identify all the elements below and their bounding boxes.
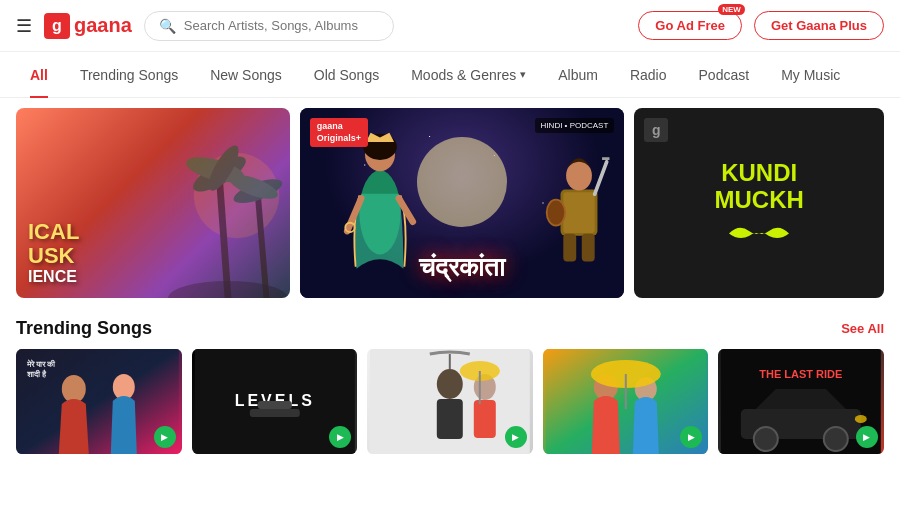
svg-rect-16 bbox=[564, 192, 595, 233]
svg-point-47 bbox=[754, 427, 778, 451]
svg-point-49 bbox=[855, 415, 867, 423]
svg-text:मेरे यार की: मेरे यार की bbox=[26, 359, 56, 369]
song-cards-container: मेरे यार की शादी है ▶ LEVELS ▶ bbox=[16, 349, 884, 454]
banner-chandrakanta[interactable]: gaanaOriginals+ HINDI • PODCAST चंद्रकां… bbox=[300, 108, 625, 298]
mustache-icon bbox=[724, 221, 794, 246]
trending-title: Trending Songs bbox=[16, 318, 152, 339]
play-button[interactable]: ▶ bbox=[154, 426, 176, 448]
search-icon: 🔍 bbox=[159, 18, 176, 34]
song-card[interactable]: THE LAST RIDE ▶ bbox=[718, 349, 884, 454]
nav-item-podcast[interactable]: Podcast bbox=[685, 52, 764, 98]
chandrakanta-title: चंद्रकांता bbox=[300, 253, 625, 283]
header: ☰ g gaana 🔍 Go Ad Free NEW Get Gaana Plu… bbox=[0, 0, 900, 52]
nav-item-mymusic[interactable]: My Music bbox=[767, 52, 854, 98]
nav-item-moods[interactable]: Moods & Genres ▾ bbox=[397, 52, 540, 98]
podcast-badge: HINDI • PODCAST bbox=[535, 118, 615, 133]
new-badge: NEW bbox=[718, 4, 745, 15]
nav-item-album[interactable]: Album bbox=[544, 52, 612, 98]
trending-header: Trending Songs See All bbox=[16, 318, 884, 339]
logo[interactable]: g gaana bbox=[44, 13, 132, 39]
svg-rect-19 bbox=[602, 157, 609, 160]
play-button[interactable]: ▶ bbox=[505, 426, 527, 448]
song-card[interactable]: ▶ bbox=[367, 349, 533, 454]
banner-kundi[interactable]: g KUNDI MUCKH bbox=[634, 108, 884, 298]
svg-point-24 bbox=[62, 375, 86, 403]
svg-rect-34 bbox=[437, 399, 463, 439]
svg-point-20 bbox=[547, 200, 565, 226]
gaana-plus-button[interactable]: Get Gaana Plus bbox=[754, 11, 884, 40]
banner-tropical[interactable]: ICAL USK IENCE bbox=[16, 108, 290, 298]
svg-rect-31 bbox=[257, 401, 291, 409]
banner-section: ICAL USK IENCE bbox=[0, 98, 900, 308]
svg-rect-37 bbox=[474, 400, 496, 438]
svg-line-18 bbox=[595, 162, 607, 194]
nav-item-trending[interactable]: Trending Songs bbox=[66, 52, 192, 98]
nav-item-new-songs[interactable]: New Songs bbox=[196, 52, 296, 98]
svg-point-33 bbox=[437, 369, 463, 399]
tropical-text: ICAL USK IENCE bbox=[28, 220, 278, 286]
chevron-down-icon: ▾ bbox=[520, 68, 526, 81]
logo-g: g bbox=[44, 13, 70, 39]
nav-item-all[interactable]: All bbox=[16, 52, 62, 98]
nav-bar: All Trending Songs New Songs Old Songs M… bbox=[0, 52, 900, 98]
originals-badge: gaanaOriginals+ bbox=[310, 118, 368, 147]
moon-decoration bbox=[417, 137, 507, 227]
kundi-g-icon: g bbox=[644, 118, 668, 142]
see-all-button[interactable]: See All bbox=[841, 321, 884, 336]
trending-section: Trending Songs See All bbox=[0, 308, 900, 454]
song-card[interactable]: LEVELS ▶ bbox=[192, 349, 358, 454]
logo-text: gaana bbox=[74, 14, 132, 37]
svg-rect-30 bbox=[249, 409, 299, 417]
search-input[interactable] bbox=[184, 18, 379, 33]
ad-free-button[interactable]: Go Ad Free NEW bbox=[638, 11, 742, 40]
song-card[interactable]: मेरे यार की शादी है ▶ bbox=[16, 349, 182, 454]
song-card[interactable]: ▶ bbox=[543, 349, 709, 454]
play-button[interactable]: ▶ bbox=[856, 426, 878, 448]
nav-item-old-songs[interactable]: Old Songs bbox=[300, 52, 393, 98]
kundi-title: KUNDI MUCKH bbox=[715, 160, 804, 213]
hamburger-icon[interactable]: ☰ bbox=[16, 15, 32, 37]
svg-text:शादी है: शादी है bbox=[26, 369, 47, 379]
nav-item-radio[interactable]: Radio bbox=[616, 52, 681, 98]
svg-text:THE LAST RIDE: THE LAST RIDE bbox=[760, 368, 843, 380]
search-bar[interactable]: 🔍 bbox=[144, 11, 394, 41]
svg-point-48 bbox=[824, 427, 848, 451]
